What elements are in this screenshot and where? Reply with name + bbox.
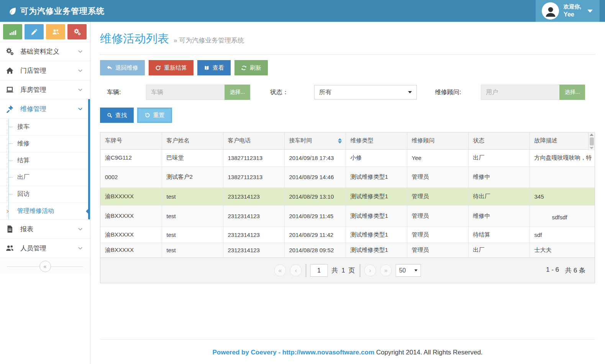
column-header-repair-type[interactable]: 维修类型 <box>346 132 407 149</box>
sidebar-item-leave-factory[interactable]: 出厂 <box>0 169 90 186</box>
vehicle-input[interactable] <box>146 85 225 100</box>
gears-icon <box>6 47 16 55</box>
leaf-logo-icon <box>8 7 17 15</box>
advisor-label: 维修顾问: <box>435 88 481 96</box>
shortcut-edit-button[interactable] <box>25 24 44 39</box>
page-title: 维修活动列表 <box>100 31 169 47</box>
page-size-select[interactable]: 50 <box>395 264 421 277</box>
pager-separator <box>359 264 360 277</box>
sidebar: 基础资料定义 门店管理 库房管理 维修管理 接车 维修 结算 出厂 回 <box>0 22 90 364</box>
return-repair-button[interactable]: 退回维修 <box>100 60 145 75</box>
advisor-select-button[interactable]: 选择... <box>559 85 585 100</box>
chevron-down-icon <box>77 87 83 93</box>
refresh-button[interactable]: 刷新 <box>234 60 268 75</box>
search-row: 查找 重置 <box>100 108 595 123</box>
scroll-down-icon[interactable] <box>590 147 594 149</box>
toolbar: 退回维修 重新结算 查看 刷新 <box>100 60 595 75</box>
brand: 可为汽修业务管理系统 <box>0 6 105 16</box>
gavel-icon <box>6 105 16 113</box>
reset-button[interactable]: 重置 <box>137 108 172 123</box>
sidebar-item-reports[interactable]: 报表 <box>0 219 90 238</box>
column-header-fault-description[interactable]: 故障描述 <box>530 132 595 149</box>
sidebar-item-store-management[interactable]: 门店管理 <box>0 61 90 80</box>
column-header-receive-time[interactable]: 接车时间 <box>284 132 346 149</box>
search-button[interactable]: 查找 <box>100 108 134 123</box>
user-avatar <box>542 2 559 20</box>
column-header-plate[interactable]: 车牌号 <box>100 132 162 149</box>
scroll-up-icon[interactable] <box>590 134 594 136</box>
sidebar-item-base-data[interactable]: 基础资料定义 <box>0 42 90 61</box>
search-icon <box>107 113 112 118</box>
chevron-down-icon <box>77 68 83 73</box>
sidebar-item-repair-management[interactable]: 维修管理 <box>0 99 90 118</box>
chevron-down-icon <box>77 49 83 54</box>
table-row-highlighted[interactable]: 渝BXXXXXtest23123141232014/08/29 13:10测试维… <box>100 188 595 205</box>
total-pages-label: 共 1 页 <box>332 266 356 275</box>
person-icon <box>544 5 557 18</box>
sidebar-collapse-button[interactable]: « <box>39 261 51 272</box>
caret-down-icon <box>587 10 593 13</box>
users-icon <box>52 28 59 36</box>
table-row[interactable]: 渝BXXXXXtest23123141232014/08/28 09:52测试维… <box>100 243 595 258</box>
column-header-customer-phone[interactable]: 客户电话 <box>223 132 284 149</box>
vehicle-select-button[interactable]: 选择... <box>225 85 250 100</box>
repair-submenu: 接车 维修 结算 出厂 回访 管理维修活动 <box>0 118 90 219</box>
table-header-row: 车牌号 客户姓名 客户电话 接车时间 维修类型 维修顾问 状态 故障描述 <box>100 132 595 149</box>
laptop-icon <box>6 86 16 94</box>
column-header-advisor[interactable]: 维修顾问 <box>407 132 468 149</box>
book-icon <box>204 65 210 71</box>
refresh-arrows-icon <box>241 65 247 71</box>
shortcut-tiles <box>0 22 90 42</box>
table-row[interactable]: 渝BXXXXXtest23123141232014/08/29 11:45测试维… <box>100 205 595 227</box>
sidebar-collapse-row: « <box>0 258 90 274</box>
table-row[interactable]: 渝BXXXXXtest23123141232014/08/29 11:42测试维… <box>100 227 595 243</box>
view-button[interactable]: 查看 <box>197 60 231 75</box>
shortcut-users-button[interactable] <box>46 24 65 39</box>
page-footer: Powered by Coevery - http://www.novasoft… <box>100 339 595 356</box>
first-page-button[interactable]: « <box>274 264 286 276</box>
sidebar-item-settlement[interactable]: 结算 <box>0 152 90 169</box>
top-bar: 可为汽修业务管理系统 欢迎你, Yee <box>0 0 605 22</box>
undo-icon <box>145 113 150 118</box>
table-row[interactable]: 渝C9G112巴味堂138271123132014/09/18 17:43小修Y… <box>100 149 595 166</box>
sidebar-item-receive-car[interactable]: 接车 <box>0 118 90 135</box>
status-label: 状态： <box>270 88 314 96</box>
pagination-bar: « ‹ 共 1 页 › » 50 1 - 6 共 6 条 <box>100 258 595 283</box>
pencil-icon <box>31 28 38 36</box>
sidebar-item-manage-repair-activities[interactable]: 管理维修活动 <box>0 202 90 219</box>
bar-chart-icon <box>9 28 16 36</box>
sort-icon[interactable] <box>338 138 342 144</box>
filter-row: 车辆: 选择... 状态： 所有 维修顾问: 选择... <box>100 85 595 100</box>
record-total: 共 6 条 <box>565 266 585 275</box>
shortcut-chart-button[interactable] <box>3 24 22 39</box>
pagination-info: 1 - 6 共 6 条 <box>546 266 595 275</box>
sidebar-item-warehouse-management[interactable]: 库房管理 <box>0 80 90 99</box>
repair-activity-table: 车牌号 客户姓名 客户电话 接车时间 维修类型 维修顾问 状态 故障描述 <box>100 132 595 258</box>
user-menu[interactable]: 欢迎你, Yee <box>536 0 600 22</box>
table-row[interactable]: 0002测试客户2138271123132014/08/29 14:46测试维修… <box>100 166 595 188</box>
chevron-down-icon <box>77 245 83 251</box>
sidebar-item-personnel-management[interactable]: 人员管理 <box>0 238 90 258</box>
chevron-down-icon <box>77 226 83 232</box>
sidebar-item-repair[interactable]: 维修 <box>0 135 90 152</box>
table-scrollbar[interactable] <box>588 132 595 150</box>
advisor-input-group: 选择... <box>481 85 585 100</box>
app-title: 可为汽修业务管理系统 <box>20 6 105 16</box>
shortcut-settings-button[interactable] <box>67 24 87 39</box>
advisor-input[interactable] <box>481 85 559 100</box>
breadcrumb: » 可为汽修业务管理系统 <box>174 36 244 45</box>
prev-page-button[interactable]: ‹ <box>290 264 302 276</box>
sidebar-item-follow-up[interactable]: 回访 <box>0 186 90 202</box>
selected-item-arrow <box>86 207 90 215</box>
repair-activity-grid: 车牌号 客户姓名 客户电话 接车时间 维修类型 维修顾问 状态 故障描述 <box>100 132 595 283</box>
column-header-status[interactable]: 状态 <box>468 132 530 149</box>
column-header-customer-name[interactable]: 客户姓名 <box>162 132 223 149</box>
page-number-input[interactable] <box>310 264 328 277</box>
scrollbar-thumb[interactable] <box>590 137 594 145</box>
resettle-button[interactable]: 重新结算 <box>149 60 193 75</box>
powered-by-link[interactable]: Powered by Coevery - http://www.novasoft… <box>212 349 374 356</box>
last-page-button[interactable]: » <box>380 264 392 276</box>
welcome-text: 欢迎你, Yee <box>564 3 581 18</box>
next-page-button[interactable]: › <box>364 264 376 276</box>
status-select[interactable]: 所有 <box>314 85 417 100</box>
